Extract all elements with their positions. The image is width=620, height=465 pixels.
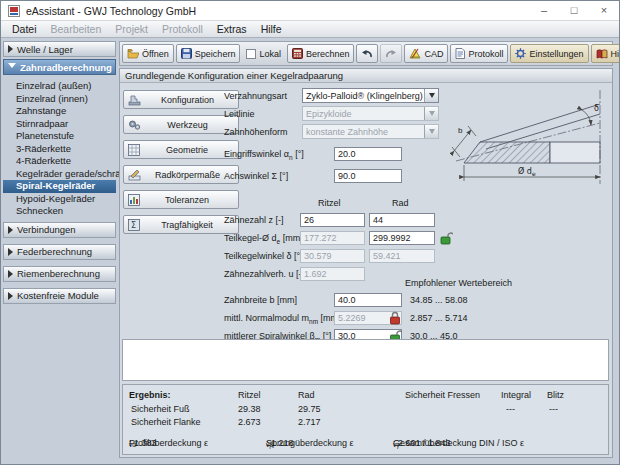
collapse-arrow-icon: [8, 248, 13, 256]
results-col-fressen: Sicherheit Fressen: [405, 390, 480, 400]
maximize-button[interactable]: □: [559, 1, 589, 20]
rad-column-header: Rad: [392, 198, 409, 208]
menu-bearbeiten: Bearbeiten: [44, 22, 109, 36]
menu-hilfe[interactable]: Hilfe: [254, 22, 289, 36]
ritzel-column-header: Ritzel: [318, 198, 341, 208]
verzahnungsart-select[interactable]: Zyklo-Palloid® (Klingelnberg): [302, 88, 439, 103]
sidebar-item-einzelrad-innen[interactable]: Einzelrad (innen): [3, 93, 116, 106]
sidebar-section-zahnradberechnung[interactable]: Zahnradberechnung: [3, 59, 116, 75]
app-icon: [8, 5, 20, 17]
lokal-checkbox[interactable]: [246, 49, 256, 59]
save-disk-icon: [181, 48, 192, 59]
sicherheit-fuss-label: Sicherheit Fuß: [131, 404, 190, 414]
help-book-icon: [596, 49, 608, 59]
sidebar-item-stirnradpaar[interactable]: Stirnradpaar: [3, 118, 116, 131]
sidebar-item-4-raederkette[interactable]: 4-Räderkette: [3, 155, 116, 168]
fressen-integral-value: ---: [506, 404, 515, 414]
lock-icon-red[interactable]: [388, 311, 402, 325]
sidebar: Welle / Lager Zahnradberechnung Einzelra…: [3, 41, 116, 306]
cad-button[interactable]: CAD: [404, 44, 448, 63]
menu-extras[interactable]: Extras: [210, 22, 254, 36]
results-col-rad: Rad: [298, 390, 315, 400]
window-title: eAssistant - GWJ Technology GmbH: [26, 5, 196, 17]
titlebar: eAssistant - GWJ Technology GmbH – □ ×: [1, 1, 619, 21]
hilfe-button[interactable]: Hilfe: [591, 44, 620, 63]
lokal-checkbox-group[interactable]: Lokal: [242, 44, 285, 63]
sidebar-section-riemenberechnung[interactable]: Riemenberechnung: [3, 266, 116, 282]
normalmodul-range: 2.857 ... 5.714: [410, 313, 468, 323]
results-col-ritzel: Ritzel: [238, 390, 261, 400]
konfiguration-button[interactable]: Konfiguration: [123, 90, 239, 109]
toolbar: Öffnen Speichern Lokal Berechnen: [119, 41, 613, 66]
normalmodul-label: mittl. Normalmodul mnm [mm]: [224, 313, 341, 323]
teilkegel-ritzel-input: [300, 231, 365, 245]
sidebar-item-hypoid-kegelraeder[interactable]: Hypoid-Kegelräder: [3, 193, 116, 206]
chevron-down-icon[interactable]: [424, 89, 438, 102]
sidebar-section-kostenfreie-module[interactable]: Kostenfreie Module: [3, 288, 116, 304]
toleranzen-button[interactable]: Toleranzen: [123, 190, 239, 209]
sidebar-section-label: Federberechnung: [17, 246, 92, 257]
protokoll-button[interactable]: Protokoll: [450, 44, 508, 63]
teilkegelwinkel-ritzel-input: [300, 249, 365, 263]
sidebar-item-3-raederkette[interactable]: 3-Räderkette: [3, 143, 116, 156]
sidebar-item-schnecken[interactable]: Schnecken: [3, 205, 116, 218]
section-title: Grundlegende Konfiguration einer Kegelra…: [120, 69, 612, 83]
gear-icon: [515, 48, 526, 59]
close-button[interactable]: ×: [589, 1, 619, 20]
sidebar-item-planetenstufe[interactable]: Planetenstufe: [3, 130, 116, 143]
teilkegelwinkel-rad-input: [369, 249, 435, 263]
sidebar-section-welle-lager[interactable]: Welle / Lager: [3, 41, 116, 57]
unlock-icon-green[interactable]: [439, 231, 453, 245]
sidebar-section-label: Welle / Lager: [17, 44, 73, 55]
teilkegelwinkel-label: Teilkegelwinkel δ [°]: [224, 251, 303, 261]
sidebar-section-verbindungen[interactable]: Verbindungen: [3, 222, 116, 238]
sidebar-section-label: Verbindungen: [17, 224, 76, 235]
sidebar-section-label: Kostenfreie Module: [17, 290, 99, 301]
sicherheit-fuss-rad: 29.75: [298, 404, 321, 414]
sicherheit-flanke-ritzel: 2.673: [238, 417, 261, 427]
berechnen-button[interactable]: Berechnen: [287, 44, 355, 63]
sicherheit-fuss-ritzel: 29.38: [238, 404, 261, 414]
save-button[interactable]: Speichern: [176, 44, 241, 63]
gears-icon: [128, 119, 141, 131]
pencil-ruler-icon: [128, 169, 141, 181]
einstellungen-button[interactable]: Einstellungen: [510, 44, 588, 63]
results-col-blitz: Blitz: [547, 390, 564, 400]
range-header: Empfohlener Wertebereich: [405, 278, 512, 288]
sidebar-item-einzelrad-aussen[interactable]: Einzelrad (außen): [3, 80, 116, 93]
teilkegel-label: Teilkegel-Ø de [mm]: [224, 233, 303, 243]
sidebar-section-federberechnung[interactable]: Federberechnung: [3, 244, 116, 260]
tragfaehigkeit-button[interactable]: Σ Tragfähigkeit: [123, 215, 239, 234]
zaehnezahl-ritzel-input[interactable]: [300, 213, 365, 227]
cad-icon: [409, 48, 421, 59]
werkzeug-button[interactable]: Werkzeug: [123, 115, 239, 134]
sidebar-section-label: Riemenberechnung: [17, 268, 100, 279]
sidebar-item-spiral-kegelraeder[interactable]: Spiral-Kegelräder: [3, 180, 116, 193]
load-capacity-icon: Σ: [128, 219, 140, 231]
zaehnezahl-rad-input[interactable]: [369, 213, 435, 227]
sidebar-item-kegelraeder[interactable]: Kegelräder gerade/schräg: [3, 168, 116, 181]
redo-icon: [385, 49, 397, 59]
collapse-arrow-icon: [8, 292, 13, 300]
eingriffswinkel-label: Eingriffswinkel αn [°]: [224, 149, 304, 159]
bevel-gear-diagram: b δ Ø de: [450, 87, 610, 191]
undo-button[interactable]: [356, 44, 378, 63]
menu-projekt: Projekt: [108, 22, 155, 36]
zahnhoehenform-label: Zahnhöhenform: [224, 127, 288, 137]
achswinkel-input[interactable]: [334, 169, 402, 183]
menu-datei[interactable]: Datei: [5, 22, 44, 36]
redo-button: [380, 44, 402, 63]
zaehnezahlverh-input: [300, 267, 365, 281]
zahnbreite-input[interactable]: [334, 293, 402, 307]
geometrie-button[interactable]: Geometrie: [123, 140, 239, 159]
teilkegel-rad-input[interactable]: [369, 231, 435, 245]
nav-button-column: Konfiguration Werkzeug Geometrie: [123, 90, 239, 240]
eingriffswinkel-input[interactable]: [334, 147, 402, 161]
message-area: [122, 339, 609, 381]
open-button[interactable]: Öffnen: [122, 44, 174, 63]
svg-text:Ø de: Ø de: [518, 166, 536, 177]
radkoerpermasse-button[interactable]: Radkörpermaße: [123, 165, 239, 184]
sidebar-item-zahnstange[interactable]: Zahnstange: [3, 105, 116, 118]
minimize-button[interactable]: –: [529, 1, 559, 20]
undo-icon: [361, 49, 373, 59]
